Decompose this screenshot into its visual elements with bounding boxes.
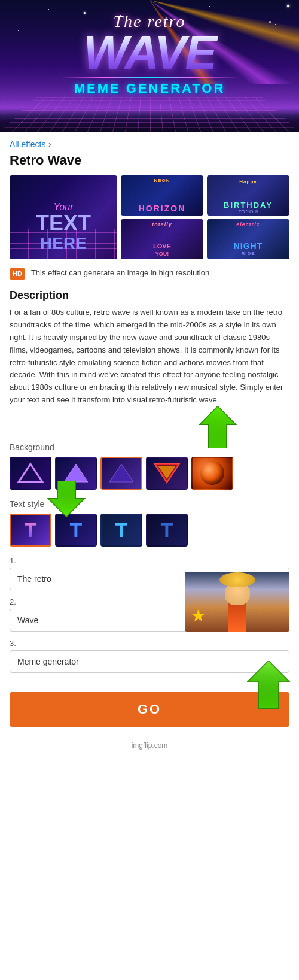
bg-option-5[interactable]: [191, 457, 233, 490]
green-arrow-1: [194, 406, 242, 448]
ps1-text: HORIZON: [121, 204, 203, 213]
preview-small-grid: NEON HORIZON Happy BIRTHDAY TO YOU! tota…: [121, 175, 289, 259]
ts-option-1[interactable]: T: [10, 514, 51, 547]
svg-marker-1: [200, 406, 236, 448]
ps4-text: NIGHTRIDE: [207, 241, 289, 256]
preview-here: HERE: [36, 234, 91, 253]
star: [48, 9, 49, 10]
popup-star: ★: [191, 606, 206, 626]
star-bright: [287, 5, 289, 7]
ts-option-2[interactable]: T: [55, 514, 97, 547]
hd-text: This effect can generate an image in hig…: [31, 268, 209, 278]
preview-grid: Your TEXT HERE NEON HORIZON Happy BIRTHD…: [10, 175, 289, 259]
popup-person: [216, 581, 258, 632]
svg-marker-2: [19, 464, 42, 482]
hero-wave-text: WAVE: [60, 31, 239, 74]
input-group-3: 3.: [10, 639, 289, 673]
footer-text: imgflip.com: [132, 741, 168, 750]
ps3-text: LOVEYOU!: [121, 242, 203, 257]
ps2-text: BIRTHDAY: [207, 201, 289, 210]
breadcrumb: All effects ›: [10, 139, 289, 150]
preview-large: Your TEXT HERE: [10, 175, 117, 259]
preview-text-word: TEXT: [36, 213, 91, 234]
hd-notice: HD This effect can generate an image in …: [10, 268, 289, 280]
svg-marker-4: [109, 464, 133, 482]
ts2-letter: T: [70, 518, 83, 542]
star: [269, 21, 271, 23]
text-style-options: T T T T: [10, 514, 289, 547]
ts-option-3[interactable]: T: [100, 514, 142, 547]
preview-large-text: Your TEXT HERE: [36, 202, 91, 253]
preview-small-4: electric NIGHTRIDE: [207, 219, 289, 259]
ps3-label: totally: [121, 222, 203, 227]
star: [275, 24, 276, 25]
bg3-icon: [106, 461, 136, 485]
popup-image: ★: [185, 572, 289, 632]
input-number-3: 3.: [10, 639, 289, 648]
popup-bg: ★: [185, 572, 289, 632]
ts-option-4[interactable]: T: [146, 514, 188, 547]
main-content: All effects › Retro Wave Your TEXT HERE …: [0, 132, 299, 739]
bg1-icon: [16, 461, 45, 485]
page-title: Retro Wave: [10, 153, 289, 168]
ps1-label: NEON: [121, 178, 203, 183]
green-arrow-2: [45, 481, 87, 517]
ts3-letter: T: [115, 518, 128, 542]
text-style-section: Text style T T: [10, 499, 289, 547]
hero-title: The retro WAVE MEME GENERATOR: [60, 12, 239, 96]
popup-body: [228, 602, 246, 632]
star: [209, 6, 210, 7]
star: [18, 30, 19, 31]
input-group-2: 2. ★: [10, 597, 289, 632]
description-body: For a fan of 80s culture, retro wave is …: [10, 307, 289, 406]
svg-marker-3: [64, 464, 88, 482]
hd-badge: HD: [10, 268, 25, 280]
green-arrow-3: [242, 661, 295, 709]
bg-option-3[interactable]: [100, 457, 142, 490]
svg-marker-9: [48, 481, 84, 517]
breadcrumb-link[interactable]: All effects: [10, 139, 45, 149]
popup-hair: [219, 572, 255, 587]
ts1-letter: T: [25, 518, 37, 542]
ps4-label: electric: [207, 222, 289, 227]
footer: imgflip.com: [0, 739, 299, 752]
ps2-label: Happy: [207, 179, 289, 184]
preview-small-1: NEON HORIZON: [121, 175, 203, 216]
bg5-planet: [200, 461, 224, 485]
preview-small-row-1: NEON HORIZON Happy BIRTHDAY TO YOU!: [121, 175, 289, 216]
ps2-sub: TO YOU!: [207, 209, 289, 214]
bg-option-4[interactable]: [146, 457, 188, 490]
ts4-letter: T: [161, 518, 173, 542]
breadcrumb-separator: ›: [48, 139, 51, 149]
hero-meme-generator-text: MEME GENERATOR: [60, 81, 239, 96]
arrow-container-1: [10, 418, 289, 448]
input-wrapper-2: ★: [10, 609, 289, 632]
preview-small-3: totally LOVEYOU!: [121, 219, 203, 259]
description-title: Description: [10, 289, 289, 302]
svg-marker-11: [248, 661, 289, 709]
preview-small-row-2: totally LOVEYOU! electric NIGHTRIDE: [121, 219, 289, 259]
preview-small-2: Happy BIRTHDAY TO YOU!: [207, 175, 289, 216]
input-number-1: 1.: [10, 556, 289, 565]
hero-banner: The retro WAVE MEME GENERATOR: [0, 0, 299, 132]
bg4-icon: [152, 461, 182, 485]
